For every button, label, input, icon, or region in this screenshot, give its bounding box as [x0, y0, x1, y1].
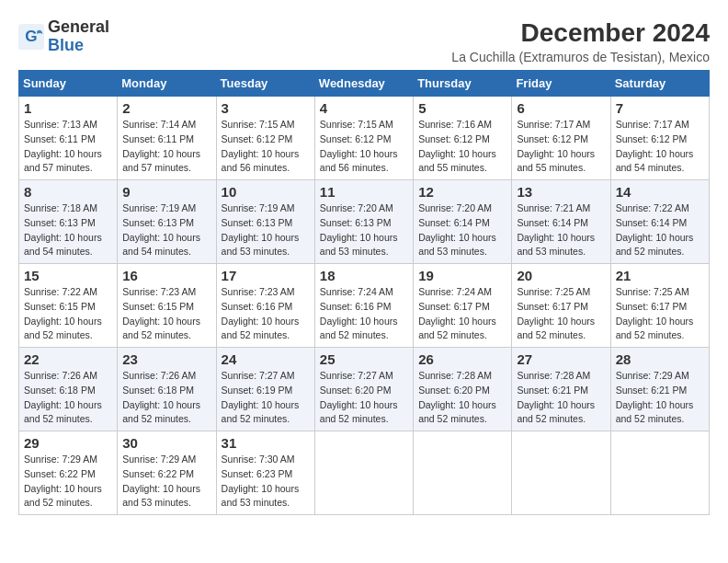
- day-info: Sunrise: 7:28 AM Sunset: 6:21 PM Dayligh…: [517, 369, 605, 427]
- day-number: 14: [616, 184, 704, 200]
- calendar-cell: [610, 431, 709, 515]
- day-info: Sunrise: 7:21 AM Sunset: 6:14 PM Dayligh…: [517, 201, 605, 259]
- calendar-cell: 2 Sunrise: 7:14 AM Sunset: 6:11 PM Dayli…: [118, 97, 216, 180]
- column-header-saturday: Saturday: [610, 71, 709, 97]
- day-info: Sunrise: 7:22 AM Sunset: 6:14 PM Dayligh…: [616, 201, 704, 259]
- day-info: Sunrise: 7:15 AM Sunset: 6:12 PM Dayligh…: [320, 118, 408, 176]
- day-info: Sunrise: 7:19 AM Sunset: 6:13 PM Dayligh…: [222, 201, 310, 259]
- day-number: 9: [122, 184, 210, 200]
- day-info: Sunrise: 7:20 AM Sunset: 6:13 PM Dayligh…: [320, 201, 408, 259]
- day-info: Sunrise: 7:30 AM Sunset: 6:23 PM Dayligh…: [222, 453, 310, 511]
- day-number: 24: [222, 351, 310, 367]
- calendar-cell: 26 Sunrise: 7:28 AM Sunset: 6:20 PM Dayl…: [414, 348, 512, 431]
- day-number: 23: [122, 351, 210, 367]
- calendar-cell: 22 Sunrise: 7:26 AM Sunset: 6:18 PM Dayl…: [19, 348, 118, 431]
- calendar-cell: 27 Sunrise: 7:28 AM Sunset: 6:21 PM Dayl…: [512, 348, 610, 431]
- day-number: 25: [320, 351, 408, 367]
- day-number: 4: [320, 100, 408, 116]
- day-info: Sunrise: 7:29 AM Sunset: 6:21 PM Dayligh…: [616, 369, 704, 427]
- column-header-friday: Friday: [512, 71, 610, 97]
- day-number: 2: [122, 100, 210, 116]
- day-info: Sunrise: 7:26 AM Sunset: 6:18 PM Dayligh…: [122, 369, 210, 427]
- day-info: Sunrise: 7:17 AM Sunset: 6:12 PM Dayligh…: [517, 118, 605, 176]
- calendar-cell: 23 Sunrise: 7:26 AM Sunset: 6:18 PM Dayl…: [118, 348, 216, 431]
- day-info: Sunrise: 7:23 AM Sunset: 6:16 PM Dayligh…: [222, 285, 310, 343]
- calendar-cell: 6 Sunrise: 7:17 AM Sunset: 6:12 PM Dayli…: [512, 97, 610, 180]
- calendar-cell: 21 Sunrise: 7:25 AM Sunset: 6:17 PM Dayl…: [610, 264, 709, 348]
- day-number: 31: [222, 435, 310, 451]
- day-info: Sunrise: 7:24 AM Sunset: 6:17 PM Dayligh…: [418, 285, 506, 343]
- day-info: Sunrise: 7:23 AM Sunset: 6:15 PM Dayligh…: [122, 285, 210, 343]
- day-number: 17: [222, 268, 310, 283]
- calendar-cell: 18 Sunrise: 7:24 AM Sunset: 6:16 PM Dayl…: [314, 264, 413, 348]
- calendar-cell: 19 Sunrise: 7:24 AM Sunset: 6:17 PM Dayl…: [414, 264, 512, 348]
- day-info: Sunrise: 7:16 AM Sunset: 6:12 PM Dayligh…: [418, 118, 506, 176]
- column-header-monday: Monday: [118, 71, 216, 97]
- calendar-cell: 5 Sunrise: 7:16 AM Sunset: 6:12 PM Dayli…: [414, 97, 512, 180]
- day-info: Sunrise: 7:29 AM Sunset: 6:22 PM Dayligh…: [122, 453, 210, 511]
- calendar-cell: 3 Sunrise: 7:15 AM Sunset: 6:12 PM Dayli…: [216, 97, 314, 180]
- calendar-cell: [512, 431, 610, 515]
- day-info: Sunrise: 7:29 AM Sunset: 6:22 PM Dayligh…: [24, 453, 112, 511]
- page-header: G General Blue December 2024 La Cuchilla…: [18, 18, 710, 64]
- calendar-cell: 17 Sunrise: 7:23 AM Sunset: 6:16 PM Dayl…: [216, 264, 314, 348]
- calendar-week-row: 15 Sunrise: 7:22 AM Sunset: 6:15 PM Dayl…: [19, 264, 710, 348]
- calendar-cell: 24 Sunrise: 7:27 AM Sunset: 6:19 PM Dayl…: [216, 348, 314, 431]
- calendar-cell: 4 Sunrise: 7:15 AM Sunset: 6:12 PM Dayli…: [314, 97, 413, 180]
- logo-blue-text: Blue: [48, 36, 84, 54]
- day-number: 1: [24, 100, 112, 116]
- calendar-cell: 13 Sunrise: 7:21 AM Sunset: 6:14 PM Dayl…: [512, 180, 610, 264]
- day-number: 27: [517, 351, 605, 367]
- day-info: Sunrise: 7:24 AM Sunset: 6:16 PM Dayligh…: [320, 285, 408, 343]
- day-info: Sunrise: 7:25 AM Sunset: 6:17 PM Dayligh…: [517, 285, 605, 343]
- calendar-cell: 29 Sunrise: 7:29 AM Sunset: 6:22 PM Dayl…: [19, 431, 118, 515]
- day-number: 5: [418, 100, 506, 116]
- day-number: 22: [24, 351, 112, 367]
- calendar-table: SundayMondayTuesdayWednesdayThursdayFrid…: [18, 70, 710, 515]
- day-number: 3: [222, 100, 310, 116]
- day-number: 8: [24, 184, 112, 200]
- day-number: 10: [222, 184, 310, 200]
- day-number: 21: [616, 268, 704, 283]
- day-number: 26: [418, 351, 506, 367]
- day-info: Sunrise: 7:14 AM Sunset: 6:11 PM Dayligh…: [122, 118, 210, 176]
- day-info: Sunrise: 7:18 AM Sunset: 6:13 PM Dayligh…: [24, 201, 112, 259]
- calendar-cell: 14 Sunrise: 7:22 AM Sunset: 6:14 PM Dayl…: [610, 180, 709, 264]
- column-header-tuesday: Tuesday: [216, 71, 314, 97]
- calendar-cell: [314, 431, 413, 515]
- svg-text:G: G: [25, 27, 37, 44]
- title-block: December 2024 La Cuchilla (Extramuros de…: [451, 18, 710, 64]
- location-subtitle: La Cuchilla (Extramuros de Tesistan), Me…: [451, 50, 710, 64]
- calendar-week-row: 1 Sunrise: 7:13 AM Sunset: 6:11 PM Dayli…: [19, 97, 710, 180]
- logo-general-text: General: [48, 17, 109, 36]
- calendar-cell: 12 Sunrise: 7:20 AM Sunset: 6:14 PM Dayl…: [414, 180, 512, 264]
- calendar-week-row: 29 Sunrise: 7:29 AM Sunset: 6:22 PM Dayl…: [19, 431, 710, 515]
- day-number: 6: [517, 100, 605, 116]
- calendar-cell: 30 Sunrise: 7:29 AM Sunset: 6:22 PM Dayl…: [118, 431, 216, 515]
- day-number: 12: [418, 184, 506, 200]
- calendar-header-row: SundayMondayTuesdayWednesdayThursdayFrid…: [19, 71, 710, 97]
- day-number: 13: [517, 184, 605, 200]
- day-info: Sunrise: 7:19 AM Sunset: 6:13 PM Dayligh…: [122, 201, 210, 259]
- day-number: 19: [418, 268, 506, 283]
- month-year-title: December 2024: [451, 18, 710, 48]
- calendar-cell: 8 Sunrise: 7:18 AM Sunset: 6:13 PM Dayli…: [19, 180, 118, 264]
- day-number: 16: [122, 268, 210, 283]
- day-number: 18: [320, 268, 408, 283]
- day-info: Sunrise: 7:25 AM Sunset: 6:17 PM Dayligh…: [616, 285, 704, 343]
- day-info: Sunrise: 7:22 AM Sunset: 6:15 PM Dayligh…: [24, 285, 112, 343]
- calendar-cell: 31 Sunrise: 7:30 AM Sunset: 6:23 PM Dayl…: [216, 431, 314, 515]
- day-number: 15: [24, 268, 112, 283]
- day-info: Sunrise: 7:20 AM Sunset: 6:14 PM Dayligh…: [418, 201, 506, 259]
- calendar-cell: 10 Sunrise: 7:19 AM Sunset: 6:13 PM Dayl…: [216, 180, 314, 264]
- day-number: 28: [616, 351, 704, 367]
- day-number: 11: [320, 184, 408, 200]
- calendar-cell: 1 Sunrise: 7:13 AM Sunset: 6:11 PM Dayli…: [19, 97, 118, 180]
- calendar-cell: 9 Sunrise: 7:19 AM Sunset: 6:13 PM Dayli…: [118, 180, 216, 264]
- calendar-cell: 7 Sunrise: 7:17 AM Sunset: 6:12 PM Dayli…: [610, 97, 709, 180]
- calendar-week-row: 8 Sunrise: 7:18 AM Sunset: 6:13 PM Dayli…: [19, 180, 710, 264]
- calendar-week-row: 22 Sunrise: 7:26 AM Sunset: 6:18 PM Dayl…: [19, 348, 710, 431]
- calendar-cell: 15 Sunrise: 7:22 AM Sunset: 6:15 PM Dayl…: [19, 264, 118, 348]
- column-header-thursday: Thursday: [414, 71, 512, 97]
- calendar-cell: 11 Sunrise: 7:20 AM Sunset: 6:13 PM Dayl…: [314, 180, 413, 264]
